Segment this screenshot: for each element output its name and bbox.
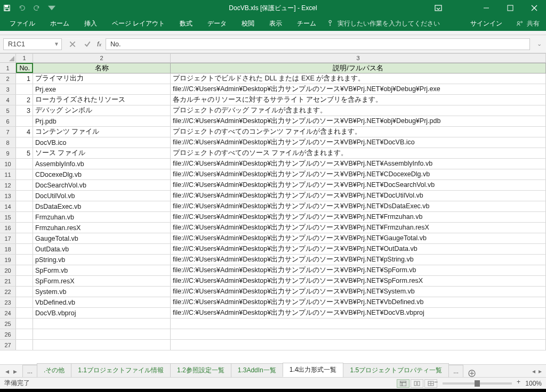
- new-sheet-button[interactable]: [463, 370, 481, 377]
- sheet-tab-ellipsis[interactable]: ...: [22, 365, 37, 377]
- cell-desc[interactable]: file:///C:¥Users¥Admin¥Desktop¥出力サンプルのソー…: [171, 201, 546, 211]
- cell-name[interactable]: ソース ファイル: [33, 148, 171, 158]
- row-header[interactable]: 20: [0, 265, 16, 275]
- cell-name[interactable]: SpForm.vb: [33, 265, 171, 275]
- chevron-down-icon[interactable]: ▼: [54, 41, 59, 47]
- cell-name[interactable]: DocVB.ico: [33, 137, 171, 148]
- row-header[interactable]: 18: [0, 244, 16, 254]
- column-header[interactable]: 3: [171, 53, 546, 62]
- formula-input[interactable]: No.: [106, 38, 530, 50]
- row-header[interactable]: 10: [0, 159, 16, 169]
- cell-name[interactable]: AssemblyInfo.vb: [33, 159, 171, 169]
- cell-desc[interactable]: file:///C:¥Users¥Admin¥Desktop¥出力サンプルのソー…: [171, 116, 546, 126]
- row-header[interactable]: 6: [0, 116, 16, 126]
- row-header[interactable]: 14: [0, 201, 16, 211]
- cell-name[interactable]: [33, 340, 171, 350]
- cell-name[interactable]: デバッグ シンボル: [33, 105, 171, 116]
- ribbon-tab[interactable]: データ: [200, 16, 234, 31]
- row-header[interactable]: 19: [0, 255, 16, 265]
- cell-name[interactable]: プライマリ出力: [33, 74, 171, 84]
- cell-name[interactable]: VbDefined.vb: [33, 297, 171, 307]
- cell-desc[interactable]: [171, 329, 546, 339]
- ribbon-tab[interactable]: ファイル: [2, 16, 43, 31]
- cell-no[interactable]: [16, 287, 33, 297]
- zoom-slider[interactable]: [443, 382, 512, 385]
- cell-no[interactable]: [16, 308, 33, 318]
- qat-customize-icon[interactable]: [48, 4, 55, 12]
- row-header[interactable]: 17: [0, 233, 16, 243]
- cell-name[interactable]: CDocexeDlg.vb: [33, 169, 171, 179]
- row-header[interactable]: 11: [0, 169, 16, 179]
- sheet-tab-ellipsis[interactable]: ...: [448, 365, 463, 377]
- row-header[interactable]: 27: [0, 340, 16, 350]
- column-header[interactable]: 2: [33, 53, 171, 62]
- cell-desc[interactable]: file:///C:¥Users¥Admin¥Desktop¥出力サンプルのソー…: [171, 265, 546, 275]
- cancel-formula-button[interactable]: [65, 38, 80, 50]
- cell-name[interactable]: GaugeTotal.vb: [33, 233, 171, 243]
- cell-desc[interactable]: プロジェクトのデバッグ ファイルが含まれます。: [171, 105, 546, 116]
- cell-desc[interactable]: [171, 318, 546, 329]
- cell-desc[interactable]: file:///C:¥Users¥Admin¥Desktop¥出力サンプルのソー…: [171, 308, 546, 318]
- cell-desc[interactable]: file:///C:¥Users¥Admin¥Desktop¥出力サンプルのソー…: [171, 287, 546, 297]
- undo-icon[interactable]: [18, 4, 26, 12]
- ribbon-tab[interactable]: チーム: [290, 16, 324, 31]
- cell-name[interactable]: ローカライズされたリソース: [33, 95, 171, 105]
- row-header[interactable]: 3: [0, 84, 16, 94]
- cell-desc[interactable]: file:///C:¥Users¥Admin¥Desktop¥出力サンプルのソー…: [171, 255, 546, 265]
- row-header[interactable]: 21: [0, 276, 16, 286]
- cell-desc[interactable]: 各カルチャのリソースに対するサテライト アセンブリを含みます。: [171, 95, 546, 105]
- row-header[interactable]: 1: [0, 63, 16, 73]
- cell-desc[interactable]: file:///C:¥Users¥Admin¥Desktop¥出力サンプルのソー…: [171, 244, 546, 254]
- close-button[interactable]: [522, 0, 546, 16]
- row-header[interactable]: 9: [0, 148, 16, 158]
- cell-name[interactable]: DocSearchVol.vb: [33, 180, 171, 190]
- row-header[interactable]: 25: [0, 318, 16, 329]
- share-button[interactable]: 共有: [510, 19, 546, 28]
- row-header[interactable]: 5: [0, 105, 16, 116]
- view-normal-button[interactable]: [397, 379, 410, 388]
- cell-desc[interactable]: [171, 340, 546, 350]
- sheet-tab[interactable]: 1.4出力形式一覧: [283, 363, 344, 377]
- redo-icon[interactable]: [33, 4, 41, 12]
- ribbon-tab[interactable]: 表示: [262, 16, 290, 31]
- cell-name[interactable]: [33, 318, 171, 329]
- header-cell-name[interactable]: 名称: [33, 63, 171, 73]
- enter-formula-button[interactable]: [80, 38, 95, 50]
- sheet-tab[interactable]: 1.1プロジェクトファイル情報: [71, 363, 171, 377]
- name-box[interactable]: R1C1 ▼: [3, 38, 62, 50]
- cell-no[interactable]: [16, 340, 33, 350]
- cell-desc[interactable]: file:///C:¥Users¥Admin¥Desktop¥出力サンプルのソー…: [171, 191, 546, 201]
- cell-name[interactable]: Prj.pdb: [33, 116, 171, 126]
- ribbon-tab[interactable]: 校閲: [234, 16, 262, 31]
- tab-scroll-right-icon[interactable]: ▸: [539, 368, 542, 375]
- cell-desc[interactable]: プロジェクトのすべてのコンテンツ ファイルが含まれます。: [171, 127, 546, 137]
- cell-desc[interactable]: file:///C:¥Users¥Admin¥Desktop¥出力サンプルのソー…: [171, 169, 546, 179]
- cell-no[interactable]: [16, 318, 33, 329]
- select-all-button[interactable]: [0, 53, 16, 62]
- cell-name[interactable]: pString.vb: [33, 255, 171, 265]
- cell-no[interactable]: 4: [16, 127, 33, 137]
- cell-no[interactable]: 1: [16, 74, 33, 84]
- cell-no[interactable]: [16, 159, 33, 169]
- cell-no[interactable]: [16, 223, 33, 233]
- cell-no[interactable]: 2: [16, 95, 33, 105]
- ribbon-tab[interactable]: 挿入: [77, 16, 105, 31]
- tab-scroll-left-icon[interactable]: ◂: [532, 368, 535, 375]
- minimize-button[interactable]: [474, 0, 498, 16]
- cell-no[interactable]: [16, 180, 33, 190]
- save-icon[interactable]: [3, 4, 11, 12]
- cell-desc[interactable]: file:///C:¥Users¥Admin¥Desktop¥出力サンプルのソー…: [171, 180, 546, 190]
- cell-desc[interactable]: file:///C:¥Users¥Admin¥Desktop¥出力サンプルのソー…: [171, 137, 546, 148]
- cell-no[interactable]: 3: [16, 105, 33, 116]
- ribbon-tab[interactable]: ページ レイアウト: [105, 16, 172, 31]
- cell-no[interactable]: [16, 297, 33, 307]
- cell-name[interactable]: [33, 329, 171, 339]
- cell-no[interactable]: [16, 276, 33, 286]
- cell-name[interactable]: DocVB.vbproj: [33, 308, 171, 318]
- maximize-button[interactable]: [498, 0, 522, 16]
- cell-no[interactable]: [16, 265, 33, 275]
- sign-in-button[interactable]: サインイン: [463, 19, 510, 28]
- cell-name[interactable]: DsDataExec.vb: [33, 201, 171, 211]
- row-header[interactable]: 13: [0, 191, 16, 201]
- row-header[interactable]: 15: [0, 212, 16, 222]
